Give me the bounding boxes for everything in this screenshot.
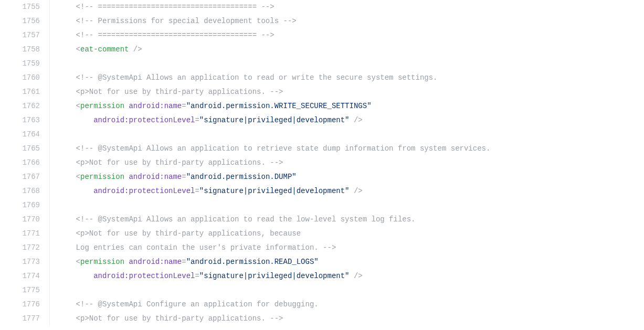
code-line: 1759	[0, 57, 644, 71]
token-c: <!-- @SystemApi Allows an application to…	[76, 215, 416, 223]
line-number: 1771	[0, 227, 50, 241]
token-c: <p>Not for use by third-party applicatio…	[76, 88, 283, 96]
line-number: 1777	[0, 312, 50, 326]
token-p: =	[195, 116, 199, 124]
token-t: permission	[80, 258, 124, 266]
token-c: <p>Not for use by third-party applicatio…	[76, 158, 283, 167]
line-number: 1763	[0, 113, 50, 127]
token-c: <!-- @SystemApi Allows an application to…	[76, 144, 491, 153]
line-number: 1776	[0, 297, 50, 312]
code-content[interactable]: <!-- @SystemApi Allows an application to…	[50, 142, 645, 156]
token-c: <!-- Permissions for special development…	[76, 17, 297, 25]
code-content[interactable]: <p>Not for use by third-party applicatio…	[50, 85, 645, 99]
code-line: 1761 <p>Not for use by third-party appli…	[0, 85, 644, 99]
line-number: 1773	[0, 255, 50, 269]
token-c: <p>Not for use by third-party applicatio…	[76, 314, 283, 323]
line-number: 1759	[0, 57, 50, 71]
code-line: 1775	[0, 283, 644, 297]
line-number: 1764	[0, 127, 50, 142]
token-p: <	[76, 258, 80, 266]
code-content[interactable]: <!-- ===================================…	[50, 28, 645, 42]
code-content[interactable]: <!-- @SystemApi Allows an application to…	[50, 71, 645, 85]
code-line: 1768 android:protectionLevel="signature|…	[0, 184, 644, 198]
code-content[interactable]	[50, 283, 645, 297]
code-line: 1777 <p>Not for use by third-party appli…	[0, 312, 644, 326]
code-line: 1756 <!-- Permissions for special develo…	[0, 14, 644, 28]
code-line: 1765 <!-- @SystemApi Allows an applicati…	[0, 142, 644, 156]
code-content[interactable]: <p>Not for use by third-party applicatio…	[50, 312, 645, 326]
line-number: 1769	[0, 198, 50, 212]
code-content[interactable]: android:protectionLevel="signature|privi…	[50, 113, 645, 127]
token-p: =	[195, 187, 199, 195]
code-line: 1773 <permission android:name="android.p…	[0, 255, 644, 269]
code-line: 1776 <!-- @SystemApi Configure an applic…	[0, 297, 644, 312]
token-c: <p>Not for use by third-party applicatio…	[76, 229, 301, 238]
line-number: 1760	[0, 71, 50, 85]
code-content[interactable]: <!-- ===================================…	[50, 0, 645, 14]
code-line: 1772 Log entries can contain the user's …	[0, 241, 644, 255]
token-a: android:protectionLevel	[93, 116, 195, 124]
code-content[interactable]: <!-- @SystemApi Configure an application…	[50, 297, 645, 312]
code-content[interactable]: Log entries can contain the user's priva…	[50, 241, 645, 255]
code-line: 1757 <!-- ==============================…	[0, 28, 644, 42]
line-number: 1757	[0, 28, 50, 42]
line-number: 1756	[0, 14, 50, 28]
token-c: <!-- @SystemApi Allows an application to…	[76, 73, 438, 82]
code-line: 1763 android:protectionLevel="signature|…	[0, 113, 644, 127]
token-p: =	[195, 272, 199, 280]
code-content[interactable]: android:protectionLevel="signature|privi…	[50, 184, 645, 198]
line-number: 1772	[0, 241, 50, 255]
code-line: 1767 <permission android:name="android.p…	[0, 170, 644, 184]
code-line: 1762 <permission android:name="android.p…	[0, 99, 644, 113]
token-s: "signature|privileged|development"	[199, 116, 350, 124]
token-a: android:name	[129, 173, 182, 181]
line-number: 1755	[0, 0, 50, 14]
code-line: 1770 <!-- @SystemApi Allows an applicati…	[0, 212, 644, 227]
token-p: <	[76, 102, 80, 110]
token-c: <!-- ===================================…	[76, 3, 275, 11]
code-content[interactable]: <p>Not for use by third-party applicatio…	[50, 156, 645, 170]
token-s: "android.permission.DUMP"	[186, 173, 297, 181]
code-line: 1764	[0, 127, 644, 142]
code-content[interactable]: <!-- @SystemApi Allows an application to…	[50, 212, 645, 227]
token-s: "signature|privileged|development"	[199, 272, 350, 280]
token-s: "android.permission.WRITE_SECURE_SETTING…	[186, 102, 372, 110]
line-number: 1770	[0, 212, 50, 227]
line-number: 1774	[0, 269, 50, 283]
code-content[interactable]: android:protectionLevel="signature|privi…	[50, 269, 645, 283]
token-t: permission	[80, 102, 124, 110]
code-line: 1774 android:protectionLevel="signature|…	[0, 269, 644, 283]
line-number: 1758	[0, 42, 50, 57]
token-c: <!-- @SystemApi Configure an application…	[76, 300, 319, 308]
code-line: 1760 <!-- @SystemApi Allows an applicati…	[0, 71, 644, 85]
line-number: 1765	[0, 142, 50, 156]
code-content[interactable]: <eat-comment />	[50, 42, 645, 57]
code-content[interactable]: <p>Not for use by third-party applicatio…	[50, 227, 645, 241]
token-p: =	[182, 102, 186, 110]
token-c: <!-- ===================================…	[76, 31, 275, 39]
line-number: 1762	[0, 99, 50, 113]
token-c: Log entries can contain the user's priva…	[76, 243, 336, 252]
code-content[interactable]	[50, 198, 645, 212]
code-line: 1771 <p>Not for use by third-party appli…	[0, 227, 644, 241]
code-content[interactable]	[50, 127, 645, 142]
code-content[interactable]: <permission android:name="android.permis…	[50, 255, 645, 269]
token-p: />	[350, 116, 363, 124]
code-content[interactable]	[50, 57, 645, 71]
code-content[interactable]: <permission android:name="android.permis…	[50, 170, 645, 184]
token-p: <	[76, 45, 80, 54]
code-line: 1769	[0, 198, 644, 212]
token-a: android:protectionLevel	[93, 272, 195, 280]
line-number: 1768	[0, 184, 50, 198]
line-number: 1761	[0, 85, 50, 99]
token-p: />	[350, 187, 363, 195]
code-content[interactable]: <permission android:name="android.permis…	[50, 99, 645, 113]
token-t: permission	[80, 173, 124, 181]
token-p: />	[350, 272, 363, 280]
code-content[interactable]: <!-- Permissions for special development…	[50, 14, 645, 28]
line-number: 1775	[0, 283, 50, 297]
token-t: eat-comment	[80, 45, 129, 54]
token-a: android:protectionLevel	[93, 187, 195, 195]
code-line: 1758 <eat-comment />	[0, 42, 644, 57]
token-p: =	[182, 173, 186, 181]
